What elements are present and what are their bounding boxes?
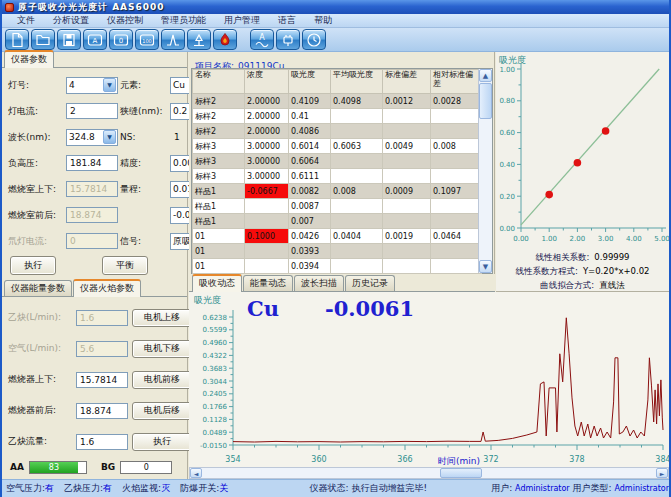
flame-button[interactable] xyxy=(213,29,237,50)
menu-item-4[interactable]: 用户管理 xyxy=(215,14,269,27)
status-item-2: 火焰监视:灭 xyxy=(122,483,170,493)
scroll-right-icon[interactable]: ► xyxy=(656,468,668,478)
text-input-6[interactable]: 181.84 xyxy=(66,155,118,171)
menu-item-3[interactable]: 管理员功能 xyxy=(152,14,215,27)
svg-text:A: A xyxy=(93,37,98,45)
peak-scan-button[interactable] xyxy=(161,29,185,50)
results-section: 项目名称:091119Cu 名称浓度吸光度平均吸光度标准偏差相对标准偏差 标样2… xyxy=(189,52,495,274)
motor-button-3[interactable]: 电机后移 xyxy=(132,402,192,420)
menu-item-2[interactable]: 仪器控制 xyxy=(98,14,152,27)
clock-button[interactable] xyxy=(302,29,326,50)
table-cell xyxy=(431,199,482,214)
lamp-button[interactable] xyxy=(276,29,300,50)
tab-dynamics-0[interactable]: 吸收动态 xyxy=(192,274,242,292)
gauge-zero-button[interactable]: 0 xyxy=(109,29,133,50)
motor-button-0[interactable]: 电机上移 xyxy=(132,309,192,327)
calibration-stat-0: 线性相关系数:0.99999 xyxy=(496,252,669,264)
aa-gauge-value: 83 xyxy=(30,462,78,473)
table-row[interactable]: 010.0393 xyxy=(193,244,482,259)
text-input-2[interactable]: 2 xyxy=(66,103,118,119)
table-row[interactable]: 标样22.000000.41 xyxy=(193,109,482,124)
combo-0[interactable]: 4▼ xyxy=(66,77,118,94)
scroll-down-icon[interactable]: ▼ xyxy=(479,260,492,273)
table-cell xyxy=(331,214,383,229)
results-table-body: 标样22.000000.41090.40980.00120.0028标样22.0… xyxy=(193,94,482,274)
gauge-100-icon: 100 xyxy=(139,32,155,48)
save-button[interactable] xyxy=(57,29,81,50)
motor-button-4[interactable]: 执行 xyxy=(132,433,192,451)
open-file-button[interactable] xyxy=(31,29,55,50)
menu-item-6[interactable]: 帮助 xyxy=(305,14,341,27)
combo-value: 324.8 xyxy=(67,132,102,142)
svg-text:0.00: 0.00 xyxy=(513,235,529,243)
scroll-up-icon[interactable]: ▲ xyxy=(479,69,492,82)
table-vertical-scrollbar[interactable]: ▲ ▼ xyxy=(478,69,492,273)
table-cell xyxy=(331,199,383,214)
chevron-down-icon[interactable]: ▼ xyxy=(103,78,116,92)
table-row[interactable]: 010.0394 xyxy=(193,259,482,274)
table-row[interactable]: 样品1-0.06670.00820.0080.00090.1097 xyxy=(193,184,482,199)
new-file-button[interactable] xyxy=(5,29,29,50)
x-tick-label: 378 xyxy=(562,455,592,464)
table-row[interactable]: 样品10.007 xyxy=(193,214,482,229)
hscrollbar-thumb[interactable] xyxy=(440,468,482,478)
table-scrollbar-thumb[interactable] xyxy=(479,83,492,119)
table-row[interactable]: 标样33.000000.6111 xyxy=(193,169,482,184)
svg-text:A: A xyxy=(259,33,265,42)
motor-button-1[interactable]: 电机下移 xyxy=(132,340,192,358)
combo-value: 4 xyxy=(67,80,102,90)
table-cell: 0.0009 xyxy=(383,184,431,199)
horizontal-scrollbar[interactable]: ◄ ► xyxy=(189,467,669,479)
instrument-state: 仪器状态: 执行自动增益完毕! xyxy=(310,482,492,495)
title-bar[interactable]: 原子吸收分光光度计 AAS6000 xyxy=(2,0,669,14)
status-item-1: 乙炔压力:有 xyxy=(64,483,112,493)
tab-instrument-params[interactable]: 仪器参数 xyxy=(4,50,54,68)
tab-flame-params[interactable]: 仪器火焰参数 xyxy=(73,279,141,297)
gauge-a-icon: A xyxy=(87,32,103,48)
gauge-100-button[interactable]: 100 xyxy=(135,29,159,50)
table-row[interactable]: 标样33.000000.60140.60630.00490.008 xyxy=(193,139,482,154)
table-row[interactable]: 010.10000.04260.04040.00190.0464 xyxy=(193,229,482,244)
tab-dynamics-3[interactable]: 历史记录 xyxy=(345,275,395,291)
text-input-10: 18.874 xyxy=(66,207,118,223)
status-item-value: 有 xyxy=(103,483,112,493)
table-cell xyxy=(431,214,482,229)
gauge-a-button[interactable]: A xyxy=(83,29,107,50)
flame-input-3[interactable]: 18.874 xyxy=(76,403,128,419)
motor-button-2[interactable]: 电机前移 xyxy=(132,371,192,389)
table-row[interactable]: 标样33.000000.6064 xyxy=(193,154,482,169)
table-cell: 0.007 xyxy=(289,214,331,229)
menu-item-0[interactable]: 文件 xyxy=(8,14,44,27)
menu-bar: 文件分析设置仪器控制管理员功能用户管理语言帮助 xyxy=(2,14,669,28)
execute-button[interactable]: 执行 xyxy=(10,256,56,275)
scroll-left-icon[interactable]: ◄ xyxy=(190,468,202,478)
field-label-10: 燃烧室前后: xyxy=(8,209,64,222)
tab-dynamics-2[interactable]: 波长扫描 xyxy=(294,275,344,291)
tab-energy-params[interactable]: 仪器能量参数 xyxy=(4,280,72,296)
chevron-down-icon[interactable]: ▼ xyxy=(103,130,116,144)
table-cell: 0.4098 xyxy=(331,94,383,109)
table-cell: 标样3 xyxy=(193,169,245,184)
menu-item-5[interactable]: 语言 xyxy=(269,14,305,27)
table-cell xyxy=(245,259,289,274)
balance-button[interactable]: 平衡 xyxy=(102,256,148,275)
table-row[interactable]: 样品10.0087 xyxy=(193,199,482,214)
flame-input-0: 1.6 xyxy=(76,310,128,326)
flame-input-2[interactable]: 15.7814 xyxy=(76,372,128,388)
status-item-value: 关 xyxy=(219,483,228,493)
peak-scan-icon xyxy=(165,32,181,48)
table-cell: 01 xyxy=(193,244,245,259)
table-row[interactable]: 标样22.000000.4086 xyxy=(193,124,482,139)
table-cell: 0.6063 xyxy=(331,139,383,154)
table-cell xyxy=(331,154,383,169)
energy-flame-tabstrip: 仪器能量参数 仪器火焰参数 xyxy=(2,280,187,297)
flame-status-group: 空气压力:有乙炔压力:有火焰监视:灭防爆开关:关 xyxy=(2,482,310,495)
wavelength-button[interactable]: A xyxy=(250,29,274,50)
burner-button[interactable] xyxy=(187,29,211,50)
column-header-0: 名称 xyxy=(193,70,245,94)
menu-item-1[interactable]: 分析设置 xyxy=(44,14,98,27)
flame-input-4[interactable]: 1.6 xyxy=(76,434,128,450)
combo-4[interactable]: 324.8▼ xyxy=(66,129,118,146)
table-row[interactable]: 标样22.000000.41090.40980.00120.0028 xyxy=(193,94,482,109)
tab-dynamics-1[interactable]: 能量动态 xyxy=(243,275,293,291)
